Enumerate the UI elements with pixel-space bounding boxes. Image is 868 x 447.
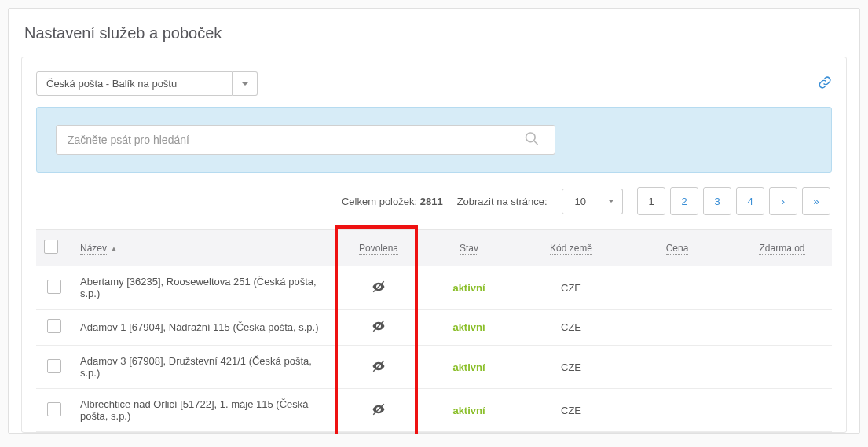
sort-asc-icon: ▲ [110, 244, 118, 253]
row-country: CZE [520, 389, 622, 432]
pager-page-4[interactable]: 4 [736, 187, 764, 215]
row-country: CZE [520, 310, 622, 346]
row-country: CZE [520, 266, 622, 310]
page-size-value[interactable]: 10 [562, 189, 599, 214]
pager-last[interactable]: » [802, 187, 830, 215]
th-state[interactable]: Stav [418, 230, 520, 266]
row-free-from [732, 266, 832, 310]
th-free-from[interactable]: Zdarma od [732, 230, 832, 266]
th-name[interactable]: Název▲ [72, 230, 339, 266]
pager-page-3[interactable]: 3 [703, 187, 731, 215]
row-price [622, 389, 732, 432]
row-checkbox[interactable] [47, 359, 61, 373]
branches-table: Název▲ Povolena Stav Kód země Cena Zdarm… [36, 229, 832, 432]
visibility-toggle-icon[interactable] [372, 319, 386, 333]
pager-page-2[interactable]: 2 [670, 187, 698, 215]
pager-page-1[interactable]: 1 [637, 187, 665, 215]
row-state: aktivní [452, 405, 485, 416]
row-name: Adamov 1 [67904], Nádražní 115 (Česká po… [72, 310, 339, 346]
svg-line-1 [533, 141, 537, 145]
row-price [622, 266, 732, 310]
per-page-label: Zobrazit na stránce: [457, 196, 548, 207]
th-allowed[interactable]: Povolena [339, 230, 418, 266]
row-state: aktivní [452, 282, 485, 294]
pager-next[interactable]: › [769, 187, 797, 215]
row-free-from [732, 389, 832, 432]
total-items-count: 2811 [420, 196, 443, 207]
pager: 1 2 3 4 › » [637, 187, 830, 215]
table-row: Abertamy [36235], Rooseweltova 251 (Česk… [36, 266, 832, 310]
th-country[interactable]: Kód země [520, 230, 622, 266]
select-all-checkbox[interactable] [44, 240, 58, 254]
row-state: aktivní [452, 321, 485, 333]
row-checkbox[interactable] [47, 319, 61, 333]
table-row: Adamov 3 [67908], Družstevní 421/1 (Česk… [36, 346, 832, 389]
page-title: Nastavení služeb a poboček [24, 24, 844, 42]
search-input[interactable] [56, 125, 555, 155]
row-country: CZE [520, 346, 622, 389]
row-price [622, 346, 732, 389]
search-button[interactable] [524, 131, 540, 149]
row-checkbox[interactable] [47, 402, 61, 416]
chevron-down-icon [241, 80, 249, 88]
row-checkbox[interactable] [47, 280, 61, 294]
svg-point-0 [526, 133, 535, 142]
visibility-toggle-icon[interactable] [372, 359, 386, 373]
service-select[interactable]: Česká pošta - Balík na poštu [36, 71, 258, 96]
row-name: Abertamy [36235], Rooseweltova 251 (Česk… [72, 266, 339, 310]
table-row: Adamov 1 [67904], Nádražní 115 (Česká po… [36, 310, 832, 346]
row-name: Albrechtice nad Orlicí [51722], 1. máje … [72, 389, 339, 432]
search-icon [524, 131, 540, 147]
row-free-from [732, 346, 832, 389]
page-size-caret[interactable] [599, 189, 623, 214]
row-name: Adamov 3 [67908], Družstevní 421/1 (Česk… [72, 346, 339, 389]
row-price [622, 310, 732, 346]
th-price[interactable]: Cena [622, 230, 732, 266]
search-panel [36, 107, 832, 173]
visibility-toggle-icon[interactable] [372, 280, 386, 294]
row-state: aktivní [452, 361, 485, 373]
service-select-caret[interactable] [233, 71, 258, 96]
chevron-down-icon [607, 197, 615, 205]
table-row: Albrechtice nad Orlicí [51722], 1. máje … [36, 389, 832, 432]
service-select-label[interactable]: Česká pošta - Balík na poštu [36, 71, 233, 96]
visibility-toggle-icon[interactable] [372, 402, 386, 416]
page-size-select[interactable]: 10 [562, 189, 623, 214]
total-items-label: Celkem položek: 2811 [342, 196, 443, 207]
row-free-from [732, 310, 832, 346]
link-icon[interactable] [818, 75, 832, 93]
